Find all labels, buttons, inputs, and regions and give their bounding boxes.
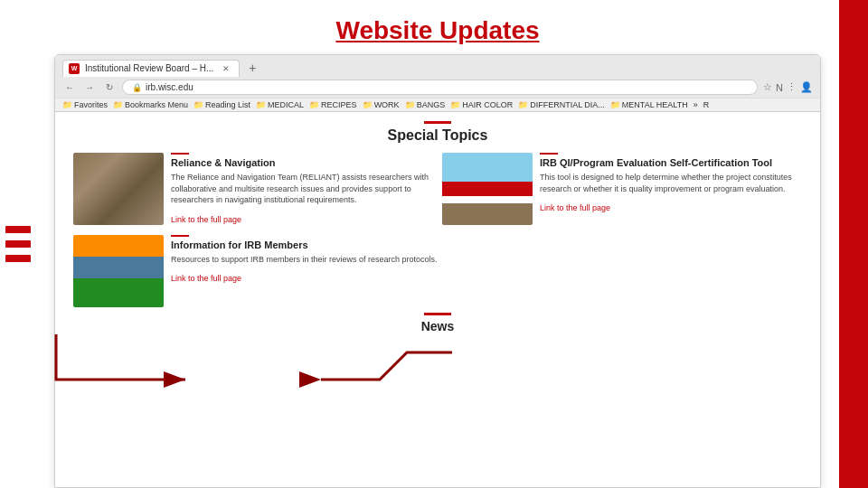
bookmark-work[interactable]: 📁 WORK xyxy=(363,100,400,109)
menu-button[interactable]: ⋮ xyxy=(787,81,797,93)
topic-desc-2: This tool is designed to help determine … xyxy=(540,172,802,194)
browser-window: W Institutional Review Board – H... ✕ + … xyxy=(54,54,821,488)
page-title-area: Website Updates xyxy=(36,0,839,54)
bookmark-label: MEDICAL xyxy=(268,100,304,109)
tab-label: Institutional Review Board – H... xyxy=(85,63,213,73)
bookmark-label: MENTAL HEALTH xyxy=(622,100,688,109)
right-sidebar xyxy=(839,0,868,488)
topic-title-2: IRB QI/Program Evaluation Self-Certifica… xyxy=(540,157,802,168)
topic-item-3: Information for IRB Members Resources to… xyxy=(73,235,438,307)
bookmark-mental-health[interactable]: 📁 MENTAL HEALTH xyxy=(610,100,688,109)
active-tab[interactable]: W Institutional Review Board – H... ✕ xyxy=(62,60,240,77)
topic-content-3: Information for IRB Members Resources to… xyxy=(171,235,438,286)
reload-button[interactable]: ↻ xyxy=(102,80,117,95)
tab-close-btn[interactable]: ✕ xyxy=(222,64,230,73)
bookmark-menu[interactable]: 📁 Bookmarks Menu xyxy=(113,100,188,109)
folder-icon: 📁 xyxy=(256,100,266,109)
news-divider xyxy=(424,313,451,315)
topic-image-aerial xyxy=(73,235,164,307)
topic-item-1: Reliance & Navigation The Reliance and N… xyxy=(73,153,433,226)
topic-desc-3: Resources to support IRB members in thei… xyxy=(171,254,438,266)
topics-grid: Reliance & Navigation The Reliance and N… xyxy=(73,153,802,226)
folder-icon: 📁 xyxy=(450,100,460,109)
bookmark-label: Reading List xyxy=(205,100,250,109)
topic-image-building xyxy=(442,153,533,225)
browser-chrome: W Institutional Review Board – H... ✕ + … xyxy=(55,55,820,112)
bookmark-medical[interactable]: 📁 MEDICAL xyxy=(256,100,304,109)
topic-link-2[interactable]: Link to the full page xyxy=(540,203,610,212)
special-topics-section: Special Topics Reliance & Navigation The… xyxy=(73,121,802,333)
left-bar-1 xyxy=(5,226,31,233)
topic-desc-1: The Reliance and Navigation Team (RELIAN… xyxy=(171,172,433,206)
topic-bar-2 xyxy=(540,153,558,155)
topic-bar-3 xyxy=(171,235,189,237)
topic-content-1: Reliance & Navigation The Reliance and N… xyxy=(171,153,433,226)
address-bar[interactable]: 🔒 irb.wisc.edu xyxy=(122,80,758,95)
new-tab-button[interactable]: + xyxy=(243,59,261,77)
page-title: Website Updates xyxy=(54,16,821,45)
bookmark-label: BANGS xyxy=(417,100,446,109)
bookmark-bangs[interactable]: 📁 BANGS xyxy=(405,100,446,109)
topic-item-2: IRB QI/Program Evaluation Self-Certifica… xyxy=(442,153,802,226)
browser-actions: ☆ N ⋮ 👤 xyxy=(763,81,813,93)
lock-icon: 🔒 xyxy=(132,83,142,92)
topic-title-1: Reliance & Navigation xyxy=(171,157,433,168)
main-content: Website Updates W Institutional Review B… xyxy=(36,0,839,488)
bookmark-r-label: R xyxy=(703,100,710,109)
bookmark-hair-color[interactable]: 📁 HAIR COLOR xyxy=(450,100,513,109)
browser-address-bar: ← → ↻ 🔒 irb.wisc.edu ☆ N ⋮ 👤 xyxy=(55,77,820,98)
profile-button[interactable]: 👤 xyxy=(800,81,813,93)
left-bar-3 xyxy=(5,255,31,262)
browser-tabs: W Institutional Review Board – H... ✕ + xyxy=(55,55,820,77)
section-title: Special Topics xyxy=(388,127,488,144)
forward-button[interactable]: → xyxy=(82,80,97,95)
section-header: Special Topics xyxy=(388,121,488,144)
bookmarks-bar: 📁 Favorites 📁 Bookmarks Menu 📁 Reading L… xyxy=(55,98,820,111)
news-title: News xyxy=(421,319,455,333)
topic-link-3[interactable]: Link to the full page xyxy=(171,274,241,283)
folder-icon: 📁 xyxy=(62,100,72,109)
topic-image-statue xyxy=(73,153,164,225)
left-decorative-bars xyxy=(0,0,36,488)
bookmark-label: WORK xyxy=(374,100,400,109)
folder-icon: 📁 xyxy=(405,100,415,109)
folder-icon: 📁 xyxy=(518,100,528,109)
topic-title-3: Information for IRB Members xyxy=(171,239,438,250)
topic-content-2: IRB QI/Program Evaluation Self-Certifica… xyxy=(540,153,802,214)
folder-icon: 📁 xyxy=(193,100,203,109)
folder-icon: 📁 xyxy=(309,100,319,109)
topic-item-3-wrapper: Information for IRB Members Resources to… xyxy=(73,235,802,307)
bookmark-more-label: » xyxy=(693,100,698,109)
bookmark-recipes[interactable]: 📁 RECIPES xyxy=(309,100,357,109)
bookmark-label: Favorites xyxy=(74,100,108,109)
bookmark-differential[interactable]: 📁 DIFFERNTIAL DIA... xyxy=(518,100,605,109)
star-button[interactable]: ☆ xyxy=(763,81,772,93)
bookmark-favorites[interactable]: 📁 Favorites xyxy=(62,100,108,109)
left-bar-2 xyxy=(5,240,31,248)
extensions-button[interactable]: N xyxy=(776,82,783,93)
bookmark-label: Bookmarks Menu xyxy=(125,100,188,109)
bookmark-label: HAIR COLOR xyxy=(462,100,513,109)
url-text: irb.wisc.edu xyxy=(146,82,193,92)
folder-icon: 📁 xyxy=(363,100,373,109)
folder-icon: 📁 xyxy=(610,100,620,109)
back-button[interactable]: ← xyxy=(62,80,77,95)
bookmark-label: DIFFERNTIAL DIA... xyxy=(530,100,605,109)
topic-link-1[interactable]: Link to the full page xyxy=(171,215,241,224)
topic-bar-1 xyxy=(171,153,189,155)
bookmark-more[interactable]: » xyxy=(693,100,698,109)
folder-icon: 📁 xyxy=(113,100,123,109)
news-section: News xyxy=(421,313,455,333)
bookmark-r[interactable]: R xyxy=(703,100,710,109)
browser-content: Special Topics Reliance & Navigation The… xyxy=(55,112,820,487)
tab-favicon: W xyxy=(69,63,80,74)
bookmark-label: RECIPES xyxy=(321,100,357,109)
section-divider xyxy=(424,121,451,124)
bookmark-reading[interactable]: 📁 Reading List xyxy=(193,100,250,109)
